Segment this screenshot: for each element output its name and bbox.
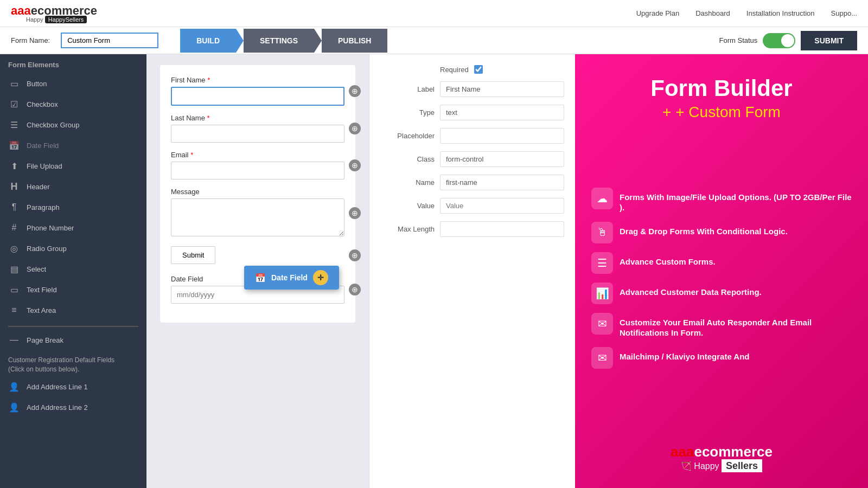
sidebar-item-radio-group[interactable]: ◎ Radio Group bbox=[0, 238, 146, 259]
promo-feature-2: 🖱 Drag & Drop Forms With Conditional Log… bbox=[591, 222, 852, 243]
form-status-toggle[interactable] bbox=[763, 33, 795, 48]
top-nav: aaaecommerce Happy HappySellers Upgrade … bbox=[0, 0, 868, 27]
sidebar-item-file-upload[interactable]: ⬆ File Upload bbox=[0, 156, 146, 176]
message-add[interactable]: ⊕ bbox=[349, 207, 361, 219]
required-checkbox[interactable] bbox=[474, 65, 483, 74]
support-link[interactable]: Suppo... bbox=[831, 9, 857, 17]
first-name-required: * bbox=[207, 76, 210, 84]
promo-feature-6: ✉ Mailchimp / Klaviyo Integrate And bbox=[591, 347, 852, 369]
email-add[interactable]: ⊕ bbox=[349, 159, 361, 171]
field-date: Date Field ⊕ bbox=[171, 275, 344, 304]
placeholder-input[interactable] bbox=[440, 128, 564, 144]
value-input[interactable] bbox=[440, 198, 564, 214]
class-field-label: Class bbox=[380, 155, 435, 163]
max-length-input[interactable] bbox=[440, 221, 564, 237]
date-input[interactable] bbox=[171, 286, 344, 304]
checkbox-group-icon: ☰ bbox=[8, 119, 20, 131]
data-promo-icon: 📊 bbox=[591, 282, 613, 304]
first-name-input[interactable] bbox=[171, 87, 344, 106]
sidebar-item-header[interactable]: H Header bbox=[0, 176, 146, 197]
upgrade-plan-link[interactable]: Upgrade Plan bbox=[636, 9, 680, 17]
dashboard-link[interactable]: Dashboard bbox=[695, 9, 730, 17]
file-upload-icon: ⬆ bbox=[8, 160, 20, 172]
header-label: Header bbox=[27, 183, 50, 191]
sidebar-item-paragraph[interactable]: ¶ Paragraph bbox=[0, 197, 146, 217]
checkbox-icon: ☑ bbox=[8, 98, 20, 110]
tab-build[interactable]: BUILD bbox=[180, 29, 236, 53]
date-field-label: Date Field bbox=[27, 142, 59, 150]
sidebar-item-address-line1[interactable]: 👤 Add Address Line 1 bbox=[0, 377, 146, 397]
panel-row-max-length: Max Length bbox=[380, 221, 564, 237]
tab-settings[interactable]: SETTINGS bbox=[244, 29, 314, 53]
file-upload-label: File Upload bbox=[27, 162, 62, 170]
last-name-add[interactable]: ⊕ bbox=[349, 123, 361, 134]
first-name-add[interactable]: ⊕ bbox=[349, 85, 361, 97]
promo-logo: aaaecommerce bbox=[671, 444, 773, 460]
customer-section: Customer Registration Default Fields (Cl… bbox=[0, 350, 146, 377]
address1-label: Add Address Line 1 bbox=[27, 383, 88, 391]
value-field-label: Value bbox=[380, 202, 435, 210]
promo-header: Form Builder + + Custom Form bbox=[650, 76, 792, 121]
sidebar-item-page-break[interactable]: — Page Break bbox=[0, 330, 146, 350]
sidebar-item-button[interactable]: ▭ Button bbox=[0, 73, 146, 94]
promo-panel: Form Builder + + Custom Form ☁ Forms Wit… bbox=[575, 54, 868, 488]
checkbox-group-label: Checkbox Group bbox=[27, 121, 80, 129]
label-field-label: Label bbox=[380, 85, 435, 93]
name-input[interactable] bbox=[440, 175, 564, 190]
submit-button[interactable]: SUBMIT bbox=[801, 31, 857, 50]
date-add[interactable]: ⊕ bbox=[349, 284, 361, 296]
email-required: * bbox=[190, 151, 193, 159]
form-submit-button[interactable]: Submit bbox=[171, 246, 215, 264]
form-name-input[interactable] bbox=[61, 33, 158, 48]
phone-label: Phone Number bbox=[27, 224, 74, 232]
sidebar-item-text-field[interactable]: ▭ Text Field bbox=[0, 279, 146, 300]
sidebar-item-checkbox[interactable]: ☑ Checkbox bbox=[0, 94, 146, 114]
main-layout: Form Elements ▭ Button ☑ Checkbox ☰ Chec… bbox=[0, 54, 868, 488]
select-label: Select bbox=[27, 265, 46, 273]
last-name-input[interactable] bbox=[171, 125, 344, 143]
text-field-label: Text Field bbox=[27, 286, 57, 294]
mailchimp-promo-icon: ✉ bbox=[591, 347, 613, 369]
promo-feature-5: ✉ Customize Your Email Auto Responder An… bbox=[591, 313, 852, 338]
text-area-label: Text Area bbox=[27, 306, 56, 314]
sidebar-item-select[interactable]: ▤ Select bbox=[0, 259, 146, 279]
sidebar-item-checkbox-group[interactable]: ☰ Checkbox Group bbox=[0, 114, 146, 135]
date-label: Date Field bbox=[171, 275, 344, 283]
promo-feature-5-text: Customize Your Email Auto Responder And … bbox=[620, 313, 852, 338]
type-input[interactable] bbox=[440, 105, 564, 120]
first-name-label: First Name * bbox=[171, 76, 344, 84]
type-field-label: Type bbox=[380, 108, 435, 117]
sidebar-item-phone-number[interactable]: # Phone Number bbox=[0, 217, 146, 238]
last-name-required: * bbox=[207, 114, 209, 122]
required-panel-label: Required bbox=[440, 66, 469, 74]
email-input[interactable] bbox=[171, 162, 344, 179]
logo: aaaecommerce Happy HappySellers bbox=[11, 4, 97, 23]
top-nav-links: Upgrade Plan Dashboard Installation Inst… bbox=[636, 9, 857, 17]
sidebar-item-text-area[interactable]: ≡ Text Area bbox=[0, 300, 146, 320]
field-last-name: Last Name * ⊕ bbox=[171, 114, 344, 143]
address1-icon: 👤 bbox=[8, 381, 20, 393]
installation-link[interactable]: Installation Instruction bbox=[746, 9, 815, 17]
sidebar: Form Elements ▭ Button ☑ Checkbox ☰ Chec… bbox=[0, 54, 146, 488]
form-status-area: Form Status SUBMIT bbox=[719, 31, 857, 50]
promo-logo-sub: 🏹 Happy Sellers bbox=[671, 460, 773, 472]
promo-feature-6-text: Mailchimp / Klaviyo Integrate And bbox=[620, 347, 750, 362]
drag-promo-icon: 🖱 bbox=[591, 222, 613, 243]
upload-promo-icon: ☁ bbox=[591, 188, 613, 209]
promo-features: ☁ Forms With Image/File Upload Options. … bbox=[591, 188, 852, 377]
promo-feature-3: ☰ Advance Custom Forms. bbox=[591, 252, 852, 274]
sidebar-item-date-field[interactable]: 📅 Date Field bbox=[0, 135, 146, 156]
submit-add[interactable]: ⊕ bbox=[349, 249, 361, 261]
tab-publish[interactable]: PUBLISH bbox=[322, 29, 387, 53]
label-input[interactable] bbox=[440, 81, 564, 97]
class-input[interactable] bbox=[440, 151, 564, 167]
sidebar-item-address-line2[interactable]: 👤 Add Address Line 2 bbox=[0, 397, 146, 418]
max-length-field-label: Max Length bbox=[380, 225, 435, 233]
promo-feature-1-text: Forms With Image/File Upload Options. (U… bbox=[620, 188, 852, 213]
checkbox-label: Checkbox bbox=[27, 100, 58, 108]
message-textarea[interactable] bbox=[171, 198, 344, 236]
sidebar-section-title: Form Elements bbox=[0, 54, 146, 73]
select-icon: ▤ bbox=[8, 263, 20, 275]
customer-section-title: Customer Registration Default Fields bbox=[8, 356, 114, 364]
last-name-label: Last Name * bbox=[171, 114, 344, 122]
